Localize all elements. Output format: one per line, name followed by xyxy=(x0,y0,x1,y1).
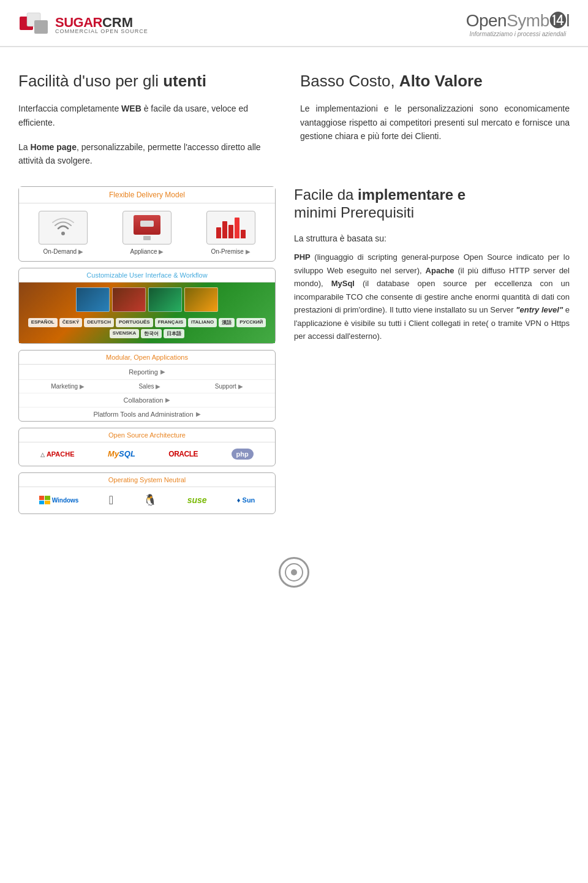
svg-rect-2 xyxy=(34,20,48,34)
fdm-on-demand: On-Demand ▶ xyxy=(39,211,88,255)
cui-content: ESPAÑOL ČESKÝ DEUTSCH PORTUGUÊS FRANÇAIS… xyxy=(19,282,275,343)
oracle-logo: ORACLE xyxy=(168,450,198,458)
mysql-logo: MySQL xyxy=(108,449,135,458)
mod-marketing-item: Marketing ▶ xyxy=(51,383,85,390)
lang-espanol: ESPAÑOL xyxy=(28,318,58,327)
diagram-panel: Flexible Delivery Model xyxy=(18,186,276,514)
lang-portugues: PORTUGUÊS xyxy=(116,318,153,327)
bar-chart-icon xyxy=(213,217,249,238)
tech-description: PHP (linguaggio di scripting general-pur… xyxy=(294,251,570,343)
right-title: Basso Costo, Alto Valore xyxy=(300,72,570,91)
fdm-on-premise: On-Premise ▶ xyxy=(206,211,255,255)
lang-russian: РУССКИЙ xyxy=(236,318,266,327)
cui-header: Customizable User Interface & Workflow xyxy=(19,268,275,282)
sun-logo: ♦ Sun xyxy=(237,496,255,504)
lang-svenska: SVENSKA xyxy=(110,329,140,338)
linux-penguin-icon: 🐧 xyxy=(143,493,157,507)
lang-italiano: ITALIANO xyxy=(188,318,217,327)
lang-japanese: 日本語 xyxy=(164,329,184,338)
sugarcrm-logo: SUGARCRM COMMERCIAL OPEN SOURCE xyxy=(18,12,148,37)
appliance-icon-box xyxy=(123,211,172,244)
osa-header: Open Source Architecture xyxy=(19,428,275,442)
osa-box: Open Source Architecture △ APACHE MySQL … xyxy=(18,428,276,466)
mini-screen-1 xyxy=(76,287,110,312)
fdm-on-premise-label: On-Premise ▶ xyxy=(211,248,250,255)
left-title: Facilità d'uso per gli utenti xyxy=(18,72,276,91)
right-intro-col: Basso Costo, Alto Valore Le implementazi… xyxy=(294,72,570,168)
left-para1: Interfaccia completamente WEB è facile d… xyxy=(18,102,276,129)
mod-mss-row: Marketing ▶ Sales ▶ Support ▶ xyxy=(19,380,275,393)
mini-screen-4 xyxy=(184,287,218,312)
lang-deutsch: DEUTSCH xyxy=(84,318,114,327)
sugarcrm-subtitle: COMMERCIAL OPEN SOURCE xyxy=(55,28,148,34)
fdm-appliance-label: Appliance ▶ xyxy=(130,248,164,255)
wifi-signal-icon xyxy=(51,215,75,238)
opensymbol-title: OpenSymb⓮l xyxy=(466,11,570,31)
opensymbol-subtitle: Informatizziamo i processi aziendali xyxy=(466,31,570,37)
mod-platform-row: Platform Tools and Administration ▶ xyxy=(19,407,275,421)
lang-francais: FRANÇAIS xyxy=(155,318,186,327)
svg-point-3 xyxy=(61,232,65,235)
lang-chinese: 漢語 xyxy=(219,318,235,327)
diagram-section: Flexible Delivery Model xyxy=(0,186,588,532)
windows-flag-icon xyxy=(39,496,50,504)
collab-arrow-icon: ▶ xyxy=(165,396,170,403)
sugarcrm-cube-icon xyxy=(18,12,50,37)
fdm-box: Flexible Delivery Model xyxy=(18,186,276,262)
reporting-arrow-icon: ▶ xyxy=(160,368,165,375)
lang-korean: 한국어 xyxy=(141,329,162,338)
left-para2: La Home page, personalizzabile, permette… xyxy=(18,140,276,168)
sales-arrow-icon: ▶ xyxy=(156,383,160,390)
footer-circle-inner xyxy=(291,569,297,575)
mod-collab-row: Collaboration ▶ xyxy=(19,393,275,407)
platform-arrow-icon: ▶ xyxy=(196,411,201,417)
osx-logo:  xyxy=(109,493,113,507)
php-logo: php xyxy=(232,449,254,460)
left-intro-col: Facilità d'uso per gli utenti Interfacci… xyxy=(18,72,276,168)
on-demand-icon-box xyxy=(39,211,88,244)
lang-cesky: ČESKÝ xyxy=(59,318,83,327)
mod-sales-item: Sales ▶ xyxy=(138,383,160,390)
fdm-arrow2-icon: ▶ xyxy=(159,248,164,255)
opensymbol-logo: OpenSymb⓮l Informatizziamo i processi az… xyxy=(466,11,570,37)
osn-logos: Windows  🐧 suse ♦ Sun xyxy=(19,487,275,514)
osn-box: Operating System Neutral Windows  🐧 sus… xyxy=(18,472,276,514)
mod-header: Modular, Open Applications xyxy=(19,351,275,365)
footer-circle-decoration xyxy=(279,557,309,588)
windows-logo: Windows xyxy=(39,496,79,504)
fdm-header: Flexible Delivery Model xyxy=(19,187,275,203)
page-header: SUGARCRM COMMERCIAL OPEN SOURCE OpenSymb… xyxy=(0,0,588,47)
fdm-on-demand-label: On-Demand ▶ xyxy=(43,248,83,255)
mod-support-item: Support ▶ xyxy=(215,383,243,390)
apache-logo: △ APACHE xyxy=(40,450,74,458)
on-premise-icon-box xyxy=(206,211,255,244)
facile-title: Facile da implementare eminimi Prerequis… xyxy=(294,186,570,222)
intro-section: Facilità d'uso per gli utenti Interfacci… xyxy=(0,47,588,186)
struttura-label: La struttura è basata su: xyxy=(294,233,570,243)
support-arrow-icon: ▶ xyxy=(238,383,243,390)
fdm-appliance: Appliance ▶ xyxy=(123,211,172,255)
mod-box: Modular, Open Applications Reporting ▶ M… xyxy=(18,350,276,422)
osa-logos: △ APACHE MySQL ORACLE php xyxy=(19,442,275,466)
osn-header: Operating System Neutral xyxy=(19,473,275,487)
fdm-arrow3-icon: ▶ xyxy=(246,248,251,255)
mini-screen-3 xyxy=(148,287,182,312)
suse-logo: suse xyxy=(187,495,207,505)
marketing-arrow-icon: ▶ xyxy=(80,383,85,390)
fdm-arrow-icon: ▶ xyxy=(78,248,83,255)
right-body-text: Le implementazioni e le personalizzazion… xyxy=(300,102,570,143)
mini-screen-2 xyxy=(112,287,146,312)
cui-screens xyxy=(76,287,218,312)
fdm-items: On-Demand ▶ xyxy=(19,203,275,261)
footer-area xyxy=(0,532,588,606)
cui-box: Customizable User Interface & Workflow E… xyxy=(18,268,276,344)
right-text-panel: Facile da implementare eminimi Prerequis… xyxy=(294,186,570,514)
mod-reporting-row: Reporting ▶ xyxy=(19,365,275,380)
